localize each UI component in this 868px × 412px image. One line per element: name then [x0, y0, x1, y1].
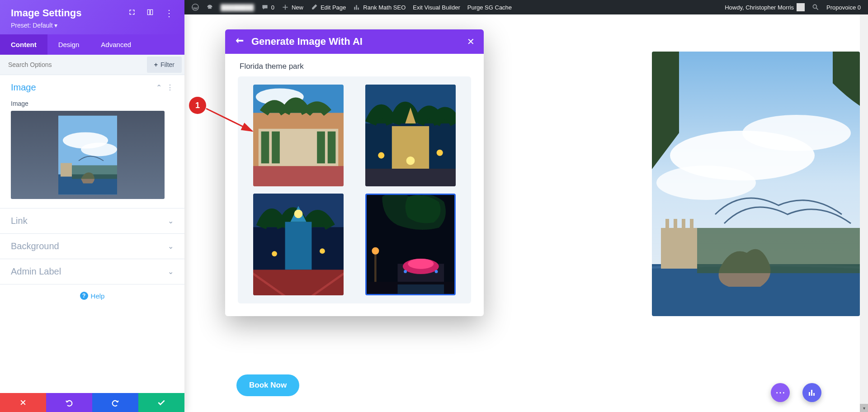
svg-rect-12: [697, 228, 860, 273]
svg-point-4: [742, 115, 851, 151]
section-admin-label: Admin Label ⌄: [0, 259, 184, 284]
svg-rect-8: [665, 219, 669, 228]
user-avatar-icon: [797, 3, 805, 11]
svg-rect-25: [259, 129, 338, 166]
search-row: +Filter: [0, 55, 184, 75]
svg-rect-14: [151, 9, 153, 14]
sidebar-body: Image ⌃⋮ Image: [0, 75, 184, 393]
generated-image-1[interactable]: [253, 85, 344, 186]
redo-button[interactable]: [92, 393, 138, 412]
svg-rect-19: [61, 163, 72, 176]
svg-rect-20: [72, 165, 117, 179]
tab-content[interactable]: Content: [0, 34, 47, 55]
scroll-down-icon[interactable]: ▾: [860, 404, 868, 412]
site-name[interactable]: ████████: [217, 0, 258, 14]
svg-rect-27: [272, 132, 280, 164]
admin-search-icon[interactable]: [808, 0, 823, 14]
section-admin-label-toggle[interactable]: Admin Label ⌄: [0, 259, 184, 284]
preset-selector[interactable]: Preset: Default ▾: [11, 22, 174, 29]
exit-visual-builder[interactable]: Exit Visual Builder: [409, 0, 464, 14]
settings-sidebar: Image Settings ⋮ Preset: Default ▾ Conte…: [0, 0, 184, 412]
modal-header: Generate Image With AI ✕: [225, 29, 484, 54]
search-input[interactable]: [0, 55, 147, 75]
svg-point-1: [813, 5, 817, 8]
svg-rect-39: [285, 222, 312, 270]
section-image-toggle[interactable]: Image ⌃⋮: [0, 75, 184, 100]
rank-math-menu[interactable]: Rank Math SEO: [349, 0, 409, 14]
svg-rect-29: [328, 132, 336, 164]
wp-logo-icon[interactable]: [188, 0, 203, 14]
expand-icon[interactable]: [128, 9, 136, 18]
columns-icon[interactable]: [146, 9, 154, 18]
dashboard-icon[interactable]: [203, 0, 217, 14]
svg-rect-45: [374, 253, 377, 284]
section-background: Background ⌄: [0, 234, 184, 259]
chevron-down-icon: ⌄: [168, 217, 174, 225]
svg-line-54: [206, 109, 252, 131]
rank-math-label: Rank Math SEO: [363, 4, 406, 11]
undo-button[interactable]: [46, 393, 92, 412]
svg-point-46: [372, 247, 379, 255]
svg-rect-28: [317, 132, 325, 164]
svg-point-40: [294, 209, 303, 218]
annotation-arrow-icon: [203, 105, 261, 141]
svg-point-35: [437, 150, 443, 156]
help-link[interactable]: ?Help: [0, 284, 184, 307]
svg-point-42: [272, 251, 277, 256]
section-background-toggle[interactable]: Background ⌄: [0, 234, 184, 259]
svg-point-5: [656, 166, 756, 200]
svg-rect-7: [661, 228, 697, 269]
sidebar-tabs: Content Design Advanced: [0, 34, 184, 55]
svg-rect-33: [365, 169, 456, 186]
back-icon[interactable]: [234, 36, 244, 47]
svg-rect-11: [690, 219, 693, 228]
help-icon: ?: [80, 292, 88, 300]
svg-rect-10: [682, 219, 685, 228]
page-scrollbar[interactable]: ▴ ▾: [860, 0, 868, 412]
generated-image-4[interactable]: [365, 194, 456, 295]
svg-rect-26: [261, 132, 269, 164]
edit-page-link[interactable]: Edit Page: [307, 0, 349, 14]
svg-rect-24: [253, 166, 344, 186]
kebab-icon[interactable]: ⋮: [165, 8, 174, 19]
sidebar-title: Image Settings: [11, 7, 81, 19]
svg-point-43: [320, 248, 325, 254]
module-ai-fab[interactable]: [802, 383, 821, 402]
image-preview[interactable]: [11, 111, 165, 199]
svg-rect-51: [397, 284, 444, 294]
my-account[interactable]: Howdy, Christopher Morris: [721, 0, 808, 14]
section-image: Image ⌃⋮ Image: [0, 75, 184, 208]
purge-cache[interactable]: Purge SG Cache: [464, 0, 515, 14]
edit-page-label: Edit Page: [321, 4, 346, 11]
tab-advanced[interactable]: Advanced: [90, 34, 142, 55]
section-link-toggle[interactable]: Link ⌄: [0, 208, 184, 233]
svg-point-36: [406, 156, 415, 165]
svg-rect-9: [674, 219, 677, 228]
comments-menu[interactable]: 0: [258, 0, 278, 14]
generated-image-3[interactable]: [253, 194, 344, 295]
comments-count: 0: [271, 4, 274, 11]
chevron-down-icon: ⌄: [168, 267, 174, 276]
section-kebab-icon[interactable]: ⋮: [166, 84, 174, 91]
propovoice-menu[interactable]: Propovoice 0: [823, 0, 864, 14]
generated-images-grid: [246, 85, 463, 295]
wp-admin-bar: ████████ 0 New Edit Page Rank Math SEO E…: [184, 0, 868, 14]
filter-button[interactable]: +Filter: [147, 57, 182, 73]
svg-point-49: [408, 259, 434, 269]
new-content-menu[interactable]: New: [278, 0, 307, 14]
module-options-fab[interactable]: ⋯: [771, 383, 790, 402]
new-label: New: [292, 4, 303, 11]
svg-point-34: [378, 152, 384, 159]
svg-point-17: [81, 142, 117, 156]
generated-image-2[interactable]: [365, 85, 456, 186]
sidebar-header: Image Settings ⋮ Preset: Default ▾: [0, 0, 184, 34]
tab-design[interactable]: Design: [47, 34, 90, 55]
modal-prompt-text: Florida theme park: [238, 62, 471, 71]
save-button[interactable]: [138, 393, 184, 412]
discard-button[interactable]: [0, 393, 46, 412]
svg-rect-13: [147, 9, 150, 14]
book-now-button[interactable]: Book Now: [236, 374, 299, 396]
close-icon[interactable]: ✕: [467, 36, 475, 47]
hero-image[interactable]: [652, 52, 860, 316]
modal-title: Generate Image With AI: [251, 36, 460, 47]
